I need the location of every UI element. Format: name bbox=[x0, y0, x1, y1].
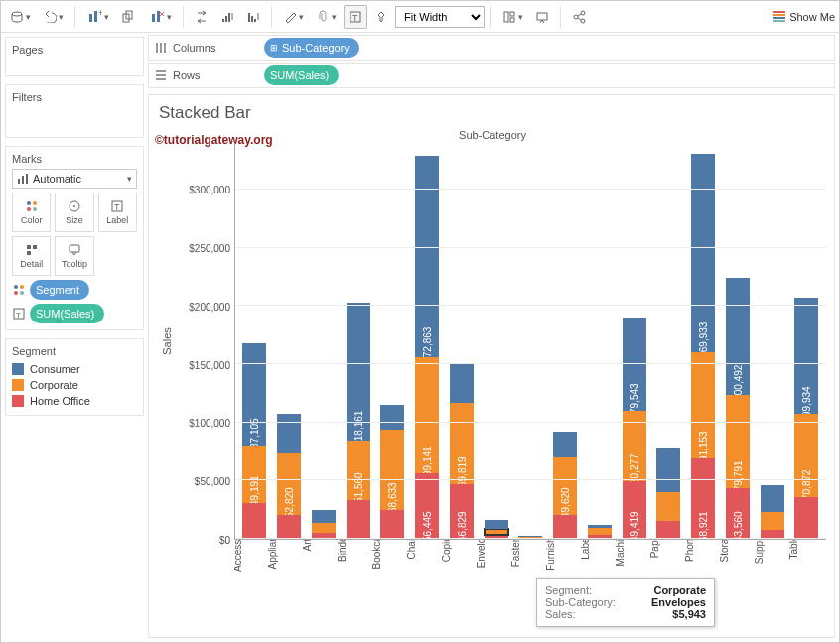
show-me-button[interactable]: Show Me bbox=[773, 11, 835, 23]
bar-label: $172,863 bbox=[422, 327, 433, 357]
bar[interactable]: $56,445$99,141$172,863 bbox=[415, 156, 439, 539]
undo-button[interactable]: ▾ bbox=[38, 5, 69, 29]
bar[interactable]: $68,633 bbox=[380, 405, 404, 539]
bar-segment[interactable]: $51,560 bbox=[347, 441, 370, 501]
shelves: Columns ⊞Sub-Category Rows SUM(Sales) bbox=[148, 33, 839, 90]
bar-segment[interactable] bbox=[656, 448, 680, 492]
highlight-button[interactable]: ▾ bbox=[278, 5, 309, 29]
share-button[interactable] bbox=[567, 5, 591, 29]
attach-button[interactable]: ▾ bbox=[311, 5, 342, 29]
bar-segment[interactable] bbox=[553, 432, 577, 457]
labels-button[interactable]: T bbox=[344, 5, 367, 29]
bar-segment[interactable] bbox=[347, 500, 370, 539]
bar-segment[interactable] bbox=[656, 521, 680, 539]
bar-segment[interactable]: $49,419 bbox=[623, 481, 646, 539]
pill-segment[interactable]: Segment bbox=[30, 280, 89, 300]
pin-button[interactable] bbox=[369, 5, 393, 29]
bar-segment[interactable]: $79,543 bbox=[623, 318, 646, 411]
bar-segment[interactable]: $169,933 bbox=[691, 154, 715, 352]
bar-segment[interactable]: $118,161 bbox=[347, 303, 370, 441]
bar-segment[interactable] bbox=[518, 536, 542, 538]
mark-color-button[interactable]: Color bbox=[12, 193, 51, 232]
plot[interactable]: $49,191$87,105$52,820$51,560$118,161$68,… bbox=[234, 143, 826, 540]
bar-segment[interactable]: $46,829 bbox=[450, 484, 474, 539]
bar-segment[interactable] bbox=[588, 525, 612, 529]
tooltip-value: Corporate bbox=[653, 584, 706, 596]
bar-segment[interactable]: $100,492 bbox=[726, 278, 750, 395]
mark-tooltip-button[interactable]: Tooltip bbox=[55, 236, 93, 276]
bar[interactable]: $46,829$69,819 bbox=[450, 364, 474, 539]
bar[interactable]: $52,820 bbox=[277, 414, 301, 539]
duplicate-sheet-button[interactable] bbox=[116, 5, 142, 29]
bar[interactable]: $49,191$87,105 bbox=[242, 343, 266, 539]
bar-segment[interactable]: $99,934 bbox=[794, 298, 818, 415]
rows-pill[interactable]: SUM(Sales) bbox=[264, 65, 339, 85]
columns-pill[interactable]: ⊞Sub-Category bbox=[264, 38, 359, 58]
bar-segment[interactable] bbox=[242, 503, 266, 539]
bar-segment[interactable]: $87,105 bbox=[242, 343, 266, 445]
bar-segment[interactable] bbox=[380, 510, 404, 539]
bar-segment[interactable]: $69,819 bbox=[450, 403, 474, 484]
bar-segment[interactable] bbox=[656, 492, 680, 521]
legend-item[interactable]: Consumer bbox=[12, 361, 137, 377]
bar-segment[interactable] bbox=[312, 510, 336, 523]
bar[interactable]: $70,872$99,934 bbox=[794, 298, 818, 539]
bar-segment[interactable] bbox=[485, 529, 508, 536]
clear-sheet-button[interactable]: ▾ bbox=[144, 5, 177, 29]
bar-segment[interactable] bbox=[761, 512, 784, 530]
bar[interactable] bbox=[761, 485, 784, 539]
bar-segment[interactable]: $68,921 bbox=[691, 458, 715, 539]
bar-segment[interactable] bbox=[485, 520, 508, 528]
columns-shelf[interactable]: Columns ⊞Sub-Category bbox=[148, 35, 835, 61]
new-worksheet-button[interactable]: + ▾ bbox=[81, 5, 114, 29]
bar-segment[interactable] bbox=[277, 515, 301, 539]
svg-text:T: T bbox=[114, 202, 120, 212]
bar[interactable] bbox=[485, 520, 508, 539]
bar-segment[interactable] bbox=[794, 497, 818, 539]
marks-type-select[interactable]: Automatic ▾ bbox=[12, 169, 137, 189]
sort-asc-button[interactable] bbox=[215, 5, 239, 29]
bar[interactable] bbox=[312, 510, 336, 539]
bar-segment[interactable]: $70,872 bbox=[794, 414, 818, 496]
bar-segment[interactable] bbox=[380, 405, 404, 430]
presentation-button[interactable] bbox=[530, 5, 554, 29]
bar-segment[interactable]: $91,153 bbox=[691, 352, 715, 458]
bar-segment[interactable]: $172,863 bbox=[415, 156, 439, 357]
bar[interactable]: $49,620 bbox=[553, 432, 577, 539]
mark-detail-button[interactable]: Detail bbox=[12, 236, 51, 276]
rows-shelf[interactable]: Rows SUM(Sales) bbox=[148, 63, 835, 88]
bar-segment[interactable] bbox=[588, 528, 612, 535]
tooltip-key: Sub-Category: bbox=[545, 596, 616, 608]
bar[interactable]: $49,419$60,277$79,543 bbox=[623, 318, 646, 539]
mark-size-button[interactable]: Size bbox=[55, 193, 93, 232]
bar-segment[interactable]: $99,141 bbox=[415, 357, 439, 473]
fit-select[interactable]: Fit Width bbox=[395, 6, 485, 28]
legend-item[interactable]: Corporate bbox=[12, 377, 137, 393]
bar-segment[interactable] bbox=[761, 485, 784, 512]
tooltip-key: Segment: bbox=[545, 584, 592, 596]
bar-label: $49,620 bbox=[560, 488, 571, 516]
bar-segment[interactable] bbox=[312, 523, 336, 534]
bar-segment[interactable] bbox=[553, 515, 577, 539]
bar[interactable]: $43,560$79,791$100,492 bbox=[726, 278, 750, 539]
mark-label-button[interactable]: T Label bbox=[98, 193, 137, 232]
sort-desc-button[interactable] bbox=[241, 5, 265, 29]
data-source-button[interactable]: ▾ bbox=[5, 5, 36, 29]
bar[interactable] bbox=[588, 525, 612, 539]
bar[interactable] bbox=[656, 448, 680, 539]
toolbar-separator bbox=[560, 6, 561, 28]
bar-segment[interactable]: $79,791 bbox=[726, 395, 750, 488]
bar-segment[interactable] bbox=[277, 414, 301, 453]
bar-segment[interactable]: $56,445 bbox=[415, 473, 439, 539]
legend-item[interactable]: Home Office bbox=[12, 393, 137, 409]
swap-button[interactable] bbox=[190, 5, 213, 29]
bar-segment[interactable]: $49,620 bbox=[553, 457, 577, 515]
bar-segment[interactable]: $49,191 bbox=[242, 446, 266, 503]
show-cards-button[interactable]: ▾ bbox=[497, 5, 528, 29]
bar[interactable]: $68,921$91,153$169,933 bbox=[691, 154, 715, 539]
bar-segment[interactable] bbox=[450, 364, 474, 403]
bar-segment[interactable]: $68,633 bbox=[380, 430, 404, 510]
pill-sum-sales[interactable]: SUM(Sales) bbox=[30, 304, 104, 323]
bar-segment[interactable]: $52,820 bbox=[277, 453, 301, 515]
bar-segment[interactable]: $43,560 bbox=[726, 488, 750, 539]
